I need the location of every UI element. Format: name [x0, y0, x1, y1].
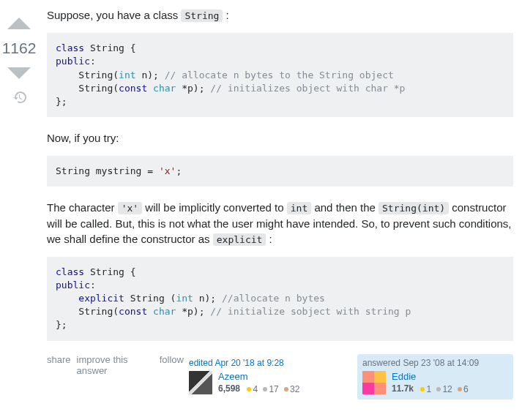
upvote-icon[interactable] — [6, 10, 32, 37]
bronze-badge-icon — [458, 387, 462, 391]
user-link[interactable]: Azeem — [218, 371, 247, 382]
para-3: The character 'x' will be implicitly con… — [47, 200, 513, 246]
para-2: Now, if you try: — [47, 130, 513, 146]
user-link[interactable]: Eddie — [392, 371, 416, 382]
history-icon[interactable] — [12, 91, 26, 104]
inline-code: int — [287, 202, 311, 214]
inline-code: explicit — [213, 233, 266, 246]
inline-code: String — [181, 10, 223, 22]
intro-para: Suppose, you have a class String : — [47, 7, 513, 23]
user-rep: 11.7k 1 12 6 — [392, 383, 469, 394]
inline-code: 'x' — [118, 202, 142, 214]
edit-history-link[interactable]: edited Apr 20 '18 at 9:28 — [189, 358, 284, 368]
code-block-3: class String { public: explicit String (… — [47, 257, 513, 341]
silver-badge-icon — [263, 387, 267, 391]
inline-code: String(int) — [379, 202, 449, 214]
silver-badge-icon — [436, 387, 441, 391]
gold-badge-icon — [420, 387, 425, 391]
editor-card: edited Apr 20 '18 at 9:28 Azeem 6,598 4 … — [184, 354, 340, 400]
author-card: answered Sep 23 '08 at 14:09 Eddie 11.7k… — [357, 354, 513, 400]
vote-count: 1162 — [2, 40, 37, 57]
downvote-icon[interactable] — [6, 60, 32, 86]
code-block-1: class String { public: String(int n); //… — [47, 33, 513, 117]
improve-link[interactable]: improve this answer — [77, 354, 154, 376]
action-label: answered — [362, 358, 400, 368]
avatar[interactable] — [189, 371, 212, 394]
user-rep: 6,598 4 17 32 — [218, 383, 299, 394]
bronze-badge-icon — [284, 387, 288, 391]
share-link[interactable]: share — [47, 354, 71, 376]
action-label: edited — [189, 358, 213, 368]
post-actions: share improve this answer follow — [47, 354, 184, 376]
gold-badge-icon — [247, 387, 251, 391]
code-block-2: String mystring = 'x'; — [47, 156, 513, 187]
avatar[interactable] — [362, 371, 386, 394]
follow-link[interactable]: follow — [160, 354, 184, 376]
